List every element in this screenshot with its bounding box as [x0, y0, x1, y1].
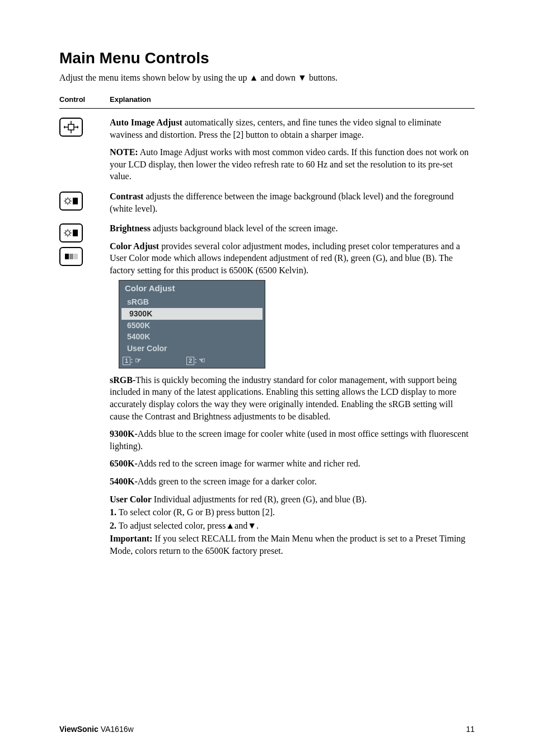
color-adjust-icon — [59, 247, 83, 266]
osd-key1-box: 1 — [123, 357, 130, 365]
svg-line-21 — [70, 235, 71, 236]
svg-rect-14 — [73, 198, 78, 204]
osd-item-6500k: 6500K — [119, 320, 265, 332]
9300k-text: Adds blue to the screen image for cooler… — [110, 429, 469, 451]
contrast-text: adjusts the difference between the image… — [110, 192, 454, 213]
brightness-label: Brightness — [110, 223, 151, 233]
table-header: Control Explanation — [59, 95, 475, 109]
color-adjust-text: provides several color adjustment modes,… — [110, 241, 460, 275]
step2-label: 2. — [110, 521, 116, 530]
color-adjust-label: Color Adjust — [110, 241, 159, 251]
header-control: Control — [59, 95, 110, 104]
svg-line-20 — [65, 230, 66, 231]
intro-after: buttons. — [307, 73, 338, 82]
brightness-icon — [59, 223, 83, 242]
step2-up-arrow-icon: ▲ — [226, 521, 235, 530]
osd-back-icon: : ☜ — [194, 356, 205, 365]
note-label: NOTE: — [110, 147, 138, 157]
step2-dot: . — [256, 521, 259, 530]
svg-line-12 — [65, 203, 66, 204]
footer-brand: ViewSonic — [59, 725, 99, 734]
svg-line-10 — [65, 198, 66, 199]
section-brightness-color: Brightness adjusts background black leve… — [59, 222, 475, 557]
svg-line-11 — [70, 203, 71, 204]
footer-page: 11 — [466, 725, 475, 734]
section-auto-image: Auto Image Adjust automatically sizes, c… — [59, 116, 475, 183]
text-col: Auto Image Adjust automatically sizes, c… — [110, 116, 475, 183]
user-color-text: Individual adjustments for red (R), gree… — [152, 494, 367, 504]
svg-point-15 — [65, 231, 70, 235]
osd-key-1: 1: ☞ — [123, 356, 142, 366]
page-footer: ViewSonic VA1616w 11 — [59, 725, 475, 734]
text-col: Contrast adjusts the difference between … — [110, 190, 475, 214]
5400k-text: Adds green to the screen image for a dar… — [138, 477, 317, 486]
9300k-label: 9300K- — [110, 429, 138, 438]
note-text: Auto Image Adjust works with most common… — [110, 147, 469, 181]
osd-item-user-color: User Color — [119, 343, 265, 354]
svg-rect-24 — [73, 230, 78, 236]
svg-line-13 — [70, 198, 71, 199]
svg-line-23 — [70, 230, 71, 231]
text-col: Brightness adjusts background black leve… — [110, 222, 475, 557]
footer-model: VA1616w — [99, 725, 134, 734]
svg-line-22 — [65, 235, 66, 236]
page-title: Main Menu Controls — [59, 49, 475, 67]
contrast-label: Contrast — [110, 192, 143, 201]
footer-left: ViewSonic VA1616w — [59, 725, 134, 734]
svg-rect-26 — [69, 254, 73, 259]
intro-before: Adjust the menu items shown below by usi… — [59, 73, 250, 82]
user-color-label: User Color — [110, 494, 152, 504]
step1-label: 1. — [110, 507, 116, 517]
osd-exit-icon: : ☞ — [130, 356, 142, 365]
osd-key2-box: 2 — [186, 357, 194, 365]
step2-and: and — [235, 521, 247, 530]
osd-key-2: 2: ☜ — [186, 356, 205, 366]
auto-image-label: Auto Image Adjust — [110, 118, 182, 127]
osd-title: Color Adjust — [119, 281, 265, 296]
6500k-label: 6500K- — [110, 459, 138, 468]
step1-text: To select color (R, G or B) press button… — [116, 507, 275, 517]
osd-color-adjust-menu: Color Adjust sRGB 9300K 6500K 5400K User… — [119, 280, 265, 368]
brightness-text: adjusts background black level of the sc… — [151, 223, 338, 233]
section-contrast: Contrast adjusts the difference between … — [59, 190, 475, 214]
5400k-label: 5400K- — [110, 477, 138, 486]
icon-col — [59, 190, 110, 214]
up-arrow-icon: ▲ — [250, 73, 259, 82]
step2-down-arrow-icon: ▼ — [247, 521, 256, 530]
header-explanation: Explanation — [110, 95, 475, 104]
important-text: If you select RECALL from the Main Menu … — [110, 534, 465, 556]
osd-footer: 1: ☞ 2: ☜ — [119, 354, 265, 368]
osd-item-9300k: 9300K — [121, 308, 263, 320]
osd-item-5400k: 5400K — [119, 331, 265, 343]
intro-mid: and down — [258, 73, 298, 82]
srgb-label: sRGB- — [110, 375, 135, 385]
6500k-text: Adds red to the screen image for warmer … — [138, 459, 360, 468]
svg-rect-25 — [65, 254, 69, 259]
srgb-text: This is quickly becoming the industry st… — [110, 375, 457, 421]
svg-rect-0 — [68, 124, 74, 130]
contrast-icon — [59, 192, 83, 211]
important-label: Important: — [110, 534, 152, 543]
auto-image-icon — [59, 118, 83, 137]
intro-text: Adjust the menu items shown below by usi… — [59, 73, 475, 83]
svg-point-5 — [65, 199, 70, 203]
icon-col — [59, 222, 110, 557]
down-arrow-icon: ▼ — [298, 73, 307, 82]
icon-col — [59, 116, 110, 183]
step2-pre: To adjust selected color, press — [116, 521, 226, 530]
osd-item-srgb: sRGB — [119, 296, 265, 308]
svg-rect-27 — [74, 254, 78, 259]
